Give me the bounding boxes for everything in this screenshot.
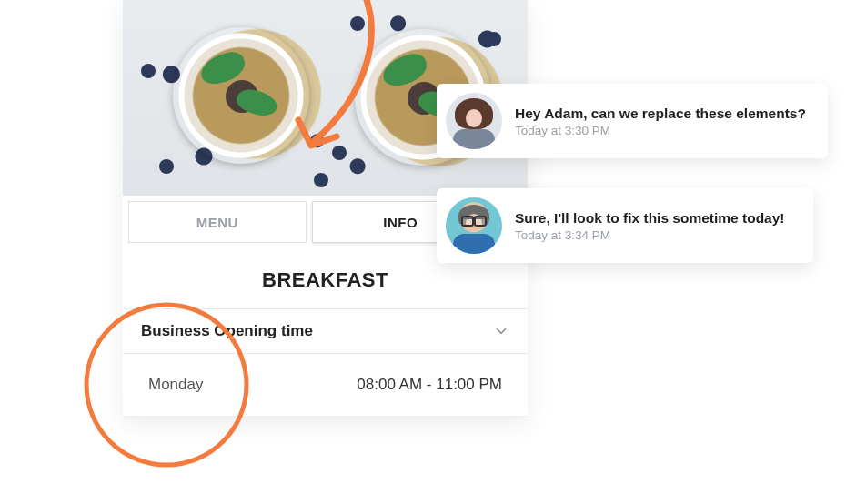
hours-row: Monday 08:00 AM - 11:00 PM [123,354,528,417]
comment-timestamp: Today at 3:34 PM [515,228,785,242]
hours-time: 08:00 AM - 11:00 PM [357,376,502,394]
hours-day: Monday [148,376,203,394]
avatar [446,197,502,254]
chevron-down-icon [493,323,509,339]
accordion-title: Business Opening time [141,322,313,340]
avatar [446,93,502,149]
comment-message: Sure, I'll look to fix this sometime tod… [515,210,785,227]
food-bowl-image [173,27,309,164]
tab-menu[interactable]: MENU [128,201,307,243]
comment-timestamp: Today at 3:30 PM [515,124,806,137]
comment-bubble[interactable]: Hey Adam, can we replace these elements?… [437,84,828,158]
comment-bubble[interactable]: Sure, I'll look to fix this sometime tod… [437,188,813,263]
accordion-business-hours[interactable]: Business Opening time [123,308,528,354]
comment-message: Hey Adam, can we replace these elements? [515,106,806,122]
